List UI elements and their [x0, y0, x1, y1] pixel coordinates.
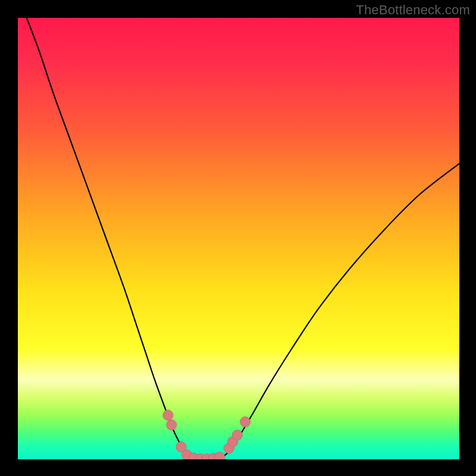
app-frame: TheBottleneck.com — [0, 0, 476, 476]
data-marker — [240, 416, 250, 427]
data-marker — [232, 430, 242, 440]
data-marker — [215, 452, 225, 462]
bottleneck-chart — [0, 0, 476, 476]
plot-background — [18, 18, 459, 459]
data-marker — [167, 420, 177, 430]
data-marker — [163, 410, 173, 420]
